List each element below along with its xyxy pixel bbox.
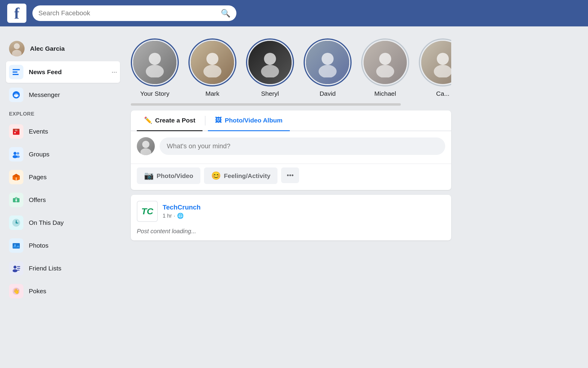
post-input[interactable] <box>160 137 445 155</box>
svg-rect-8 <box>14 132 16 133</box>
sidebar-item-groups[interactable]: Groups <box>6 143 120 165</box>
svg-point-41 <box>437 53 449 65</box>
main-content: Your Story Mark <box>126 32 456 307</box>
svg-point-37 <box>322 53 334 65</box>
post-input-area <box>131 131 451 161</box>
events-label: Events <box>29 128 48 135</box>
post-meta: TechCrunch 1 hr · 🌐 <box>163 204 445 219</box>
story-ring-mark <box>188 38 236 86</box>
post-author[interactable]: TechCrunch <box>163 204 445 211</box>
news-feed-label: News Feed <box>29 68 62 76</box>
messenger-icon <box>9 88 23 102</box>
friend-lists-icon <box>9 261 23 276</box>
sidebar-item-messenger[interactable]: Messenger <box>6 84 120 106</box>
feed-post-techcrunch: TC TechCrunch 1 hr · 🌐 Post content load… <box>131 195 451 240</box>
sidebar-user[interactable]: Alec Garcia <box>6 37 120 60</box>
facebook-logo: f <box>7 4 26 23</box>
svg-point-34 <box>203 65 221 77</box>
offers-icon <box>9 193 23 207</box>
svg-point-33 <box>206 53 218 65</box>
tab-photo-video[interactable]: 🖼 Photo/Video Album <box>208 110 290 131</box>
svg-point-40 <box>376 65 394 77</box>
pokes-label: Pokes <box>29 288 46 295</box>
time-dot: · <box>174 213 175 219</box>
avatar-face <box>9 41 25 56</box>
svg-rect-2 <box>13 69 20 70</box>
sidebar: Alec Garcia News Feed ··· <box>0 32 126 307</box>
story-name-mark: Mark <box>206 90 220 97</box>
sidebar-item-offers[interactable]: Offers <box>6 189 120 211</box>
story-name-ca: Ca... <box>436 90 449 97</box>
story-name-your-story: Your Story <box>140 90 169 97</box>
story-avatar-mark <box>190 40 235 85</box>
groups-icon <box>9 147 23 161</box>
svg-point-25 <box>13 269 17 272</box>
sidebar-item-friend-lists[interactable]: Friend Lists <box>6 258 120 279</box>
news-feed-more[interactable]: ··· <box>112 68 117 76</box>
main-layout: Alec Garcia News Feed ··· <box>0 26 588 307</box>
post-time: 1 hr · 🌐 <box>163 213 445 219</box>
sidebar-item-on-this-day[interactable]: On This Day <box>6 212 120 234</box>
sidebar-username: Alec Garcia <box>30 45 65 52</box>
story-avatar-ca <box>420 40 451 85</box>
news-feed-icon <box>9 65 23 79</box>
svg-point-31 <box>149 53 161 65</box>
tab-create-post[interactable]: ✏️ Create a Post <box>137 110 202 131</box>
svg-point-38 <box>319 65 337 77</box>
photo-video-button[interactable]: 📷 Photo/Video <box>137 167 200 184</box>
story-your-story[interactable]: Your Story <box>131 38 179 97</box>
svg-point-13 <box>16 155 20 158</box>
feed-post-header: TC TechCrunch 1 hr · 🌐 <box>131 195 451 225</box>
svg-point-11 <box>17 152 19 155</box>
pages-icon <box>9 170 23 184</box>
user-avatar <box>9 41 25 56</box>
story-mark[interactable]: Mark <box>188 38 236 97</box>
stories-strip: Your Story Mark <box>131 32 451 100</box>
post-tabs: ✏️ Create a Post 🖼 Photo/Video Album <box>131 110 451 131</box>
svg-point-42 <box>434 65 451 77</box>
photos-icon <box>9 238 23 253</box>
story-michael[interactable]: Michael <box>361 38 409 97</box>
feeling-activity-button[interactable]: 😊 Feeling/Activity <box>204 167 278 184</box>
search-icon: 🔍 <box>221 9 230 18</box>
sidebar-item-news-feed[interactable]: News Feed ··· <box>6 61 120 83</box>
svg-point-0 <box>14 43 20 49</box>
techcrunch-logo: TC <box>137 201 158 222</box>
story-ring-michael <box>361 38 409 86</box>
svg-point-39 <box>379 53 391 65</box>
story-name-david: David <box>320 90 336 97</box>
story-david[interactable]: David <box>304 38 352 97</box>
search-bar[interactable]: 🔍 <box>32 5 236 21</box>
svg-point-36 <box>261 65 279 77</box>
svg-point-32 <box>146 65 164 77</box>
svg-text:31: 31 <box>15 129 17 131</box>
search-input[interactable] <box>38 9 217 17</box>
tc-logo-text: TC <box>141 206 153 216</box>
photo-video-action-icon: 📷 <box>144 171 154 180</box>
post-time-text: 1 hr <box>163 213 172 219</box>
more-actions-button[interactable]: ••• <box>281 167 299 183</box>
tab-divider <box>205 116 206 125</box>
events-icon: 31 <box>9 124 23 139</box>
svg-rect-4 <box>13 74 19 75</box>
story-avatar-michael <box>362 40 408 85</box>
svg-point-21 <box>16 222 17 223</box>
story-ca[interactable]: Ca... <box>419 38 451 97</box>
more-dots-icon: ••• <box>287 171 294 179</box>
pencil-icon: ✏️ <box>144 116 152 124</box>
photos-label: Photos <box>29 242 48 249</box>
scroll-indicator <box>131 103 401 106</box>
story-sheryl[interactable]: Sheryl <box>246 38 294 97</box>
sidebar-item-events[interactable]: 31 Events <box>6 121 120 142</box>
sidebar-item-pokes[interactable]: 👋 Pokes <box>6 280 120 302</box>
svg-rect-16 <box>16 177 17 181</box>
svg-point-10 <box>14 152 16 155</box>
on-this-day-label: On This Day <box>29 219 64 226</box>
top-navigation: f 🔍 <box>0 0 588 26</box>
photo-video-btn-label: Photo/Video <box>157 172 193 179</box>
offers-label: Offers <box>29 196 46 204</box>
svg-point-1 <box>12 50 22 56</box>
sidebar-item-photos[interactable]: Photos <box>6 235 120 256</box>
globe-icon: 🌐 <box>177 213 184 219</box>
sidebar-item-pages[interactable]: Pages <box>6 166 120 188</box>
